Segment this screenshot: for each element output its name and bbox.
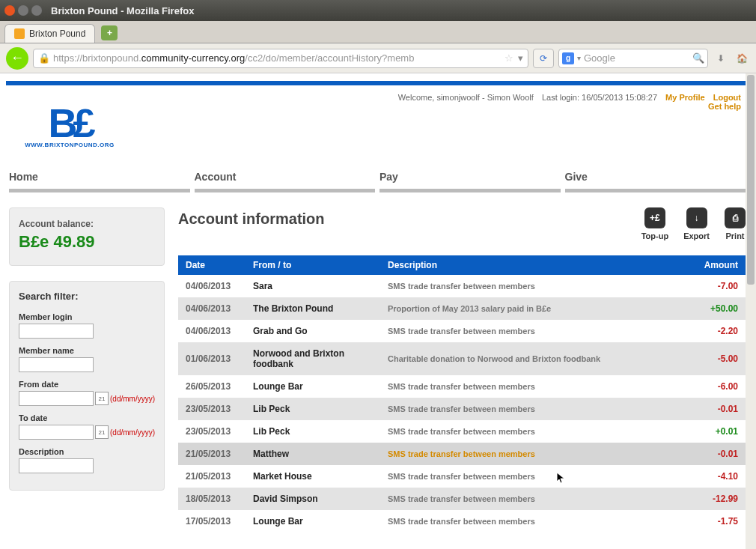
export-icon: ↓	[686, 207, 707, 228]
cell-from: Lib Peck	[246, 420, 380, 443]
export-label: Export	[683, 231, 710, 240]
member-login-label: Member login	[19, 312, 155, 321]
logo-text: B£	[48, 105, 91, 142]
member-login-input[interactable]	[19, 324, 94, 339]
cell-desc: SMS trade transfer between members	[380, 398, 678, 420]
from-date-label: From date	[19, 380, 155, 389]
url-path: /cc2/do/member/accountHistory?memb	[245, 52, 414, 64]
chevron-down-icon[interactable]: ▾	[577, 54, 581, 62]
table-row[interactable]: 23/05/2013Lib PeckSMS trade transfer bet…	[178, 398, 746, 420]
export-button[interactable]: ↓ Export	[683, 207, 710, 240]
cell-date: 18/05/2013	[178, 488, 246, 510]
browser-tab[interactable]: Brixton Pound	[4, 24, 95, 43]
cell-amount: +50.00	[678, 297, 746, 320]
cell-date: 23/05/2013	[178, 420, 246, 443]
cell-amount: -2.20	[678, 320, 746, 342]
cell-date: 04/06/2013	[178, 297, 246, 320]
balance-label: Account balance:	[19, 219, 155, 229]
cell-from: David Simpson	[246, 488, 380, 510]
window-titlebar: Brixton Pound - Mozilla Firefox	[0, 0, 756, 21]
cell-date: 01/06/2013	[178, 342, 246, 375]
col-amount-header[interactable]: Amount	[678, 255, 746, 275]
nav-give[interactable]: Give	[565, 168, 746, 192]
cell-desc: SMS trade transfer between members	[380, 465, 678, 488]
my-profile-link[interactable]: My Profile	[665, 93, 705, 102]
cell-desc: SMS trade transfer between members	[380, 275, 678, 297]
dropdown-icon[interactable]: ▾	[518, 52, 523, 64]
cell-date: 17/05/2013	[178, 510, 246, 533]
cell-from: Market House	[246, 465, 380, 488]
cell-date: 04/06/2013	[178, 275, 246, 297]
back-button[interactable]: ←	[6, 47, 28, 70]
get-help-link[interactable]: Get help	[708, 102, 741, 111]
table-row[interactable]: 17/05/2013Lounge BarSMS trade transfer b…	[178, 510, 746, 533]
browser-tab-strip: Brixton Pound +	[0, 21, 756, 43]
calendar-icon[interactable]: 21	[95, 392, 109, 405]
nav-pay[interactable]: Pay	[379, 168, 561, 192]
logout-link[interactable]: Logout	[713, 93, 741, 102]
topup-button[interactable]: +£ Top-up	[641, 207, 668, 240]
favicon-icon	[14, 28, 25, 39]
table-row[interactable]: 04/06/2013The Brixton PoundProportion of…	[178, 297, 746, 320]
to-date-input[interactable]	[19, 425, 94, 440]
cell-amount: -12.99	[678, 488, 746, 510]
url-host-dark: community-currency.org	[141, 52, 245, 64]
cell-desc: Proportion of May 2013 salary paid in B£…	[380, 297, 678, 320]
search-input[interactable]: g ▾ Google 🔍	[558, 49, 708, 68]
cell-date: 26/05/2013	[178, 375, 246, 398]
last-login-text: Last login: 16/05/2013 15:08:27	[542, 93, 657, 102]
browser-toolbar: ← 🔒 https://brixtonpound.community-curre…	[0, 43, 756, 73]
url-input[interactable]: 🔒 https://brixtonpound.community-currenc…	[33, 49, 528, 68]
vertical-scrollbar[interactable]	[746, 73, 756, 533]
print-icon: ⎙	[725, 207, 746, 228]
cell-from: Norwood and Brixton foodbank	[246, 342, 380, 375]
cell-amount: -5.00	[678, 342, 746, 375]
logo-subtitle: WWW.BRIXTONPOUND.ORG	[25, 142, 115, 148]
logo[interactable]: B£ WWW.BRIXTONPOUND.ORG	[13, 93, 126, 160]
table-row[interactable]: 04/06/2013Grab and GoSMS trade transfer …	[178, 320, 746, 342]
search-filter-box: Search filter: Member login Member name …	[9, 281, 165, 491]
window-minimize-button[interactable]	[18, 5, 28, 16]
cell-amount: -6.00	[678, 375, 746, 398]
table-row[interactable]: 21/05/2013Market HouseSMS trade transfer…	[178, 465, 746, 488]
table-row[interactable]: 23/05/2013Lib PeckSMS trade transfer bet…	[178, 420, 746, 443]
home-icon[interactable]: 🏠	[734, 50, 750, 67]
new-tab-button[interactable]: +	[101, 25, 118, 40]
cell-from: Sara	[246, 275, 380, 297]
col-desc-header[interactable]: Description	[380, 255, 678, 275]
member-name-input[interactable]	[19, 357, 94, 372]
search-placeholder: Google	[584, 52, 615, 64]
google-icon: g	[562, 52, 574, 64]
search-icon[interactable]: 🔍	[692, 52, 704, 64]
cell-date: 21/05/2013	[178, 443, 246, 465]
cell-amount: -0.01	[678, 398, 746, 420]
col-date-header[interactable]: Date	[178, 255, 246, 275]
download-icon[interactable]: ⬇	[713, 50, 729, 67]
nav-account[interactable]: Account	[195, 168, 376, 192]
bookmark-icon[interactable]: ☆	[504, 52, 513, 64]
cell-desc: SMS trade transfer between members	[380, 510, 678, 533]
description-filter-input[interactable]	[19, 458, 94, 473]
col-from-header[interactable]: From / to	[246, 255, 380, 275]
cell-desc: SMS trade transfer between members	[380, 443, 678, 465]
table-row[interactable]: 18/05/2013David SimpsonSMS trade transfe…	[178, 488, 746, 510]
calendar-icon[interactable]: 21	[95, 425, 109, 439]
cell-from: Grab and Go	[246, 320, 380, 342]
nav-home[interactable]: Home	[9, 168, 190, 192]
from-date-input[interactable]	[19, 391, 94, 406]
refresh-button[interactable]: ⟳	[533, 49, 554, 68]
window-close-button[interactable]	[4, 5, 15, 16]
member-name-label: Member name	[19, 346, 155, 355]
table-row[interactable]: 04/06/2013SaraSMS trade transfer between…	[178, 275, 746, 297]
table-row[interactable]: 21/05/2013MatthewSMS trade transfer betw…	[178, 443, 746, 465]
window-maximize-button[interactable]	[31, 5, 42, 16]
table-row[interactable]: 26/05/2013Lounge BarSMS trade transfer b…	[178, 375, 746, 398]
window-title: Brixton Pound - Mozilla Firefox	[51, 5, 194, 16]
print-button[interactable]: ⎙ Print	[725, 207, 746, 240]
cell-date: 21/05/2013	[178, 465, 246, 488]
table-row[interactable]: 01/06/2013Norwood and Brixton foodbankCh…	[178, 342, 746, 375]
url-scheme: https://	[53, 52, 82, 64]
cell-desc: Charitable donation to Norwood and Brixt…	[380, 342, 678, 375]
print-label: Print	[725, 231, 744, 240]
tab-title: Brixton Pound	[29, 28, 85, 39]
